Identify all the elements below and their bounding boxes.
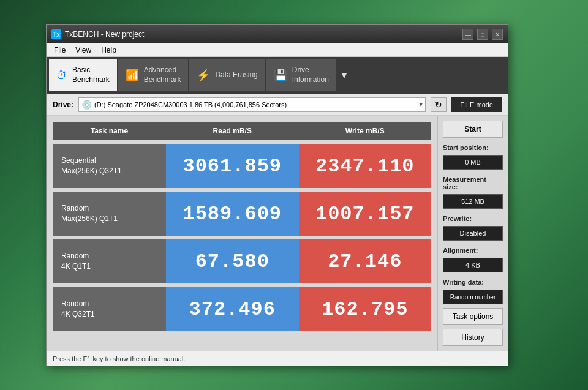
writing-data-label: Writing data:: [443, 279, 503, 286]
statusbar: Press the F1 key to show the online manu…: [47, 351, 508, 366]
data-erasing-label: Data Erasing: [215, 70, 257, 80]
task-name-1: Sequential Max(256K) Q32T1: [53, 144, 166, 188]
history-button[interactable]: History: [443, 329, 503, 346]
write-value-4: 162.795: [299, 287, 432, 331]
advanced-benchmark-label: AdvancedBenchmark: [144, 66, 181, 84]
tab-data-erasing[interactable]: ⚡ Data Erasing: [189, 59, 265, 91]
benchmark-table: Task name Read mB/S Write mB/S Sequentia…: [47, 116, 437, 351]
refresh-icon: ↻: [435, 100, 442, 110]
drive-refresh-button[interactable]: ↻: [431, 97, 447, 112]
write-value-3: 27.146: [299, 239, 432, 283]
col-task-name: Task name: [53, 127, 166, 135]
tab-advanced-benchmark[interactable]: 📶 AdvancedBenchmark: [118, 59, 189, 91]
data-erasing-icon: ⚡: [197, 69, 210, 82]
drive-dropdown-icon: ▼: [418, 101, 424, 108]
task-options-button[interactable]: Task options: [443, 308, 503, 325]
col-write: Write mB/S: [299, 127, 432, 135]
task-name-2: Random Max(256K) Q1T1: [53, 192, 166, 236]
start-position-label: Start position:: [443, 144, 503, 151]
drive-disk-icon: 💿: [81, 100, 92, 110]
toolbar: ⏱ BasicBenchmark 📶 AdvancedBenchmark ⚡ D…: [47, 57, 508, 94]
tab-drive-information[interactable]: 💾 DriveInformation: [266, 59, 336, 91]
minimize-button[interactable]: —: [462, 29, 473, 40]
start-position-value: 0 MB: [443, 155, 503, 170]
main-window: Tx TxBENCH - New project — □ ✕ File View…: [46, 24, 508, 366]
measurement-size-label: Measurement size:: [443, 176, 503, 190]
task-name-4: Random 4K Q32T1: [53, 287, 166, 331]
basic-benchmark-label: BasicBenchmark: [72, 66, 110, 84]
table-row: Sequential Max(256K) Q32T1 3061.859 2347…: [53, 144, 431, 188]
write-value-2: 1007.157: [299, 192, 432, 236]
table-row: Random Max(256K) Q1T1 1589.609 1007.157: [53, 192, 431, 236]
table-row: Random 4K Q1T1 67.580 27.146: [53, 239, 431, 283]
status-text: Press the F1 key to show the online manu…: [53, 355, 185, 362]
drive-information-label: DriveInformation: [292, 66, 329, 84]
write-value-1: 2347.110: [299, 144, 432, 188]
drive-value: (D:) Seagate ZP2048CM30003 1.86 TB (4,00…: [94, 101, 287, 108]
main-content: Task name Read mB/S Write mB/S Sequentia…: [47, 116, 508, 351]
start-button[interactable]: Start: [443, 121, 503, 138]
read-value-2: 1589.609: [166, 192, 299, 236]
read-value-1: 3061.859: [166, 144, 299, 188]
tab-basic-benchmark[interactable]: ⏱ BasicBenchmark: [49, 59, 117, 91]
close-button[interactable]: ✕: [492, 29, 503, 40]
drive-row: Drive: 💿 (D:) Seagate ZP2048CM30003 1.86…: [47, 94, 508, 116]
read-value-4: 372.496: [166, 287, 299, 331]
alignment-value: 4 KB: [443, 258, 503, 272]
table-row: Random 4K Q32T1 372.496 162.795: [53, 287, 431, 331]
app-icon: Tx: [51, 29, 61, 39]
read-value-3: 67.580: [166, 239, 299, 283]
measurement-size-value: 512 MB: [443, 194, 503, 209]
maximize-button[interactable]: □: [477, 29, 488, 40]
file-mode-button[interactable]: FILE mode: [451, 97, 502, 112]
menubar: File View Help: [47, 43, 508, 57]
task-name-3: Random 4K Q1T1: [53, 239, 166, 283]
prewrite-value: Disabled: [443, 226, 503, 241]
advanced-benchmark-icon: 📶: [126, 69, 139, 82]
prewrite-label: Prewrite:: [443, 215, 503, 222]
basic-benchmark-icon: ⏱: [56, 69, 67, 82]
sidebar: Start Start position: 0 MB Measurement s…: [437, 116, 508, 351]
window-title: TxBENCH - New project: [65, 30, 462, 39]
writing-data-value: Random number: [443, 290, 503, 304]
toolbar-more-button[interactable]: ▼: [337, 59, 351, 91]
drive-select[interactable]: 💿 (D:) Seagate ZP2048CM30003 1.86 TB (4,…: [78, 97, 426, 112]
menu-file[interactable]: File: [49, 45, 70, 56]
drive-label: Drive:: [53, 100, 74, 109]
menu-view[interactable]: View: [70, 45, 96, 56]
col-read: Read mB/S: [166, 127, 299, 135]
titlebar: Tx TxBENCH - New project — □ ✕: [47, 25, 508, 43]
alignment-label: Alignment:: [443, 247, 503, 254]
table-header: Task name Read mB/S Write mB/S: [53, 122, 431, 140]
menu-help[interactable]: Help: [96, 45, 121, 56]
drive-info-icon: 💾: [274, 69, 287, 82]
window-controls: — □ ✕: [462, 29, 503, 40]
